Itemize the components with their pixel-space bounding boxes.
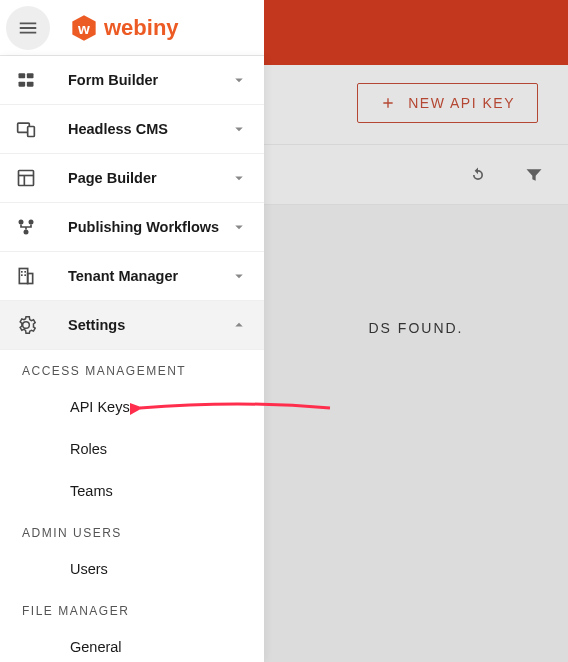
svg-text:w: w xyxy=(77,19,90,36)
svg-rect-7 xyxy=(28,127,35,137)
filter-icon[interactable] xyxy=(524,165,544,185)
brand-logo[interactable]: w webiny xyxy=(70,14,179,42)
svg-rect-3 xyxy=(27,73,34,78)
gear-icon xyxy=(14,313,38,337)
sub-item-roles[interactable]: Roles xyxy=(0,428,264,470)
sidebar-item-publishing-workflows[interactable]: Publishing Workflows xyxy=(0,203,264,252)
sidebar-item-label: Publishing Workflows xyxy=(68,219,230,235)
sidebar-item-settings[interactable]: Settings xyxy=(0,301,264,350)
sidebar-item-label: Page Builder xyxy=(68,170,230,186)
sidebar-item-label: Tenant Manager xyxy=(68,268,230,284)
sub-item-users[interactable]: Users xyxy=(0,548,264,590)
svg-point-11 xyxy=(19,220,24,225)
plus-icon xyxy=(380,95,396,111)
sidebar-item-page-builder[interactable]: Page Builder xyxy=(0,154,264,203)
sidebar-item-tenant-manager[interactable]: Tenant Manager xyxy=(0,252,264,301)
chevron-down-icon xyxy=(230,267,248,285)
svg-rect-14 xyxy=(19,269,27,284)
sidebar-header: w webiny xyxy=(0,0,264,56)
svg-point-13 xyxy=(24,230,29,235)
building-icon xyxy=(14,264,38,288)
section-access-management: ACCESS MANAGEMENT xyxy=(0,350,264,386)
chevron-down-icon xyxy=(230,218,248,236)
svg-rect-19 xyxy=(24,274,26,276)
sidebar-item-headless-cms[interactable]: Headless CMS xyxy=(0,105,264,154)
sidebar: Form Builder Headless CMS Page Builder P… xyxy=(0,56,264,662)
svg-rect-18 xyxy=(21,274,23,276)
sub-item-teams[interactable]: Teams xyxy=(0,470,264,512)
chevron-down-icon xyxy=(230,71,248,89)
sidebar-item-label: Headless CMS xyxy=(68,121,230,137)
section-admin-users: ADMIN USERS xyxy=(0,512,264,548)
svg-point-12 xyxy=(29,220,34,225)
svg-rect-2 xyxy=(19,73,26,78)
brand-logo-icon: w xyxy=(70,14,98,42)
svg-rect-8 xyxy=(19,171,34,186)
hamburger-button[interactable] xyxy=(6,6,50,50)
sub-item-api-keys[interactable]: API Keys xyxy=(0,386,264,428)
layout-icon xyxy=(14,166,38,190)
sidebar-item-label: Form Builder xyxy=(68,72,230,88)
chevron-up-icon xyxy=(230,316,248,334)
devices-icon xyxy=(14,117,38,141)
refresh-icon[interactable] xyxy=(468,165,488,185)
workflow-icon xyxy=(14,215,38,239)
svg-rect-15 xyxy=(28,274,33,284)
svg-rect-17 xyxy=(24,271,26,273)
svg-rect-16 xyxy=(21,271,23,273)
chevron-down-icon xyxy=(230,120,248,138)
sidebar-item-label: Settings xyxy=(68,317,230,333)
sidebar-item-form-builder[interactable]: Form Builder xyxy=(0,56,264,105)
chevron-down-icon xyxy=(230,169,248,187)
brand-name: webiny xyxy=(104,15,179,41)
new-api-key-button[interactable]: NEW API KEY xyxy=(357,83,538,123)
new-api-key-label: NEW API KEY xyxy=(408,95,515,111)
svg-rect-5 xyxy=(27,82,34,87)
sub-item-general[interactable]: General xyxy=(0,626,264,662)
section-file-manager: FILE MANAGER xyxy=(0,590,264,626)
hamburger-icon xyxy=(17,17,39,39)
form-builder-icon xyxy=(14,68,38,92)
empty-message: DS FOUND. xyxy=(264,320,568,336)
svg-rect-4 xyxy=(19,82,26,87)
